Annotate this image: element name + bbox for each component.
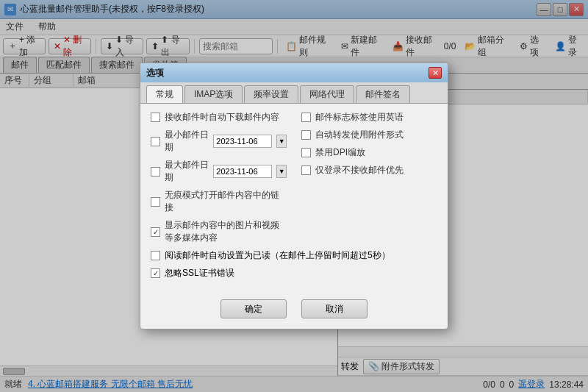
modal-close-button[interactable]: ✕ [429,67,442,79]
cb-disable-dpi-label: 禁用DPI编放 [315,146,365,159]
options-dialog: 选项 ✕ 常规 IMAP选项 频率设置 网络代理 邮件签名 接收邮件时自动下载邮… [140,63,448,329]
cb-min-date[interactable] [151,137,160,146]
cb-min-date-label: 最小邮件日期 [165,129,209,154]
modal-row-disable-dpi: 禁用DPI编放 [301,146,437,159]
modal-cancel-button[interactable]: 取消 [301,299,368,318]
cb-ignore-ssl[interactable] [151,268,160,278]
cb-disable-dpi[interactable] [301,148,311,157]
cb-auto-download-label: 接收邮件时自动下载邮件内容 [165,111,279,124]
modal-title: 选项 [146,67,164,79]
cb-incognito[interactable] [151,197,160,207]
modal-tab-frequency[interactable]: 频率设置 [244,85,298,103]
modal-tab-proxy[interactable]: 网络代理 [300,85,354,103]
modal-row-incognito: 无痕模式打开邮件内容中的链接 [151,189,287,214]
modal-row-min-date: 最小邮件日期 ▼ [151,129,287,154]
modal-tab-imap[interactable]: IMAP选项 [184,85,243,103]
modal-overlay: 选项 ✕ 常规 IMAP选项 频率设置 网络代理 邮件签名 接收邮件时自动下载邮… [0,0,588,392]
max-date-picker-button[interactable]: ▼ [276,165,287,178]
modal-row-english: 邮件标志标签使用英语 [301,111,437,124]
cb-show-images[interactable] [151,227,160,237]
modal-row-ignore-ssl: 忽略SSL证书错误 [151,267,437,279]
cb-ignore-ssl-label: 忽略SSL证书错误 [165,267,234,279]
cb-auto-read-label: 阅读邮件时自动设置为已读（在邮件上停留时间超过5秒） [165,249,390,262]
modal-tab-signature[interactable]: 邮件签名 [356,85,410,103]
cb-english-label: 邮件标志标签使用英语 [315,111,404,124]
modal-ok-button[interactable]: 确定 [220,299,287,318]
cb-max-date[interactable] [151,167,160,177]
cb-auto-download[interactable] [151,113,160,122]
modal-title-bar: 选项 ✕ [140,63,448,82]
cb-auto-forward-label: 自动转发使用附件形式 [315,129,404,141]
modal-row-login-only: 仅登录不接收邮件优先 [301,164,437,177]
cb-english[interactable] [301,113,311,122]
modal-buttons: 确定 取消 [140,292,448,329]
max-date-input[interactable] [213,165,272,178]
modal-row-auto-read: 阅读邮件时自动设置为已读（在邮件上停留时间超过5秒） [151,249,437,262]
cb-max-date-label: 最大邮件日期 [165,159,209,184]
min-date-input[interactable] [213,135,272,148]
modal-tab-general[interactable]: 常规 [146,85,183,103]
modal-row-max-date: 最大邮件日期 ▼ [151,159,287,184]
modal-col-right: 邮件标志标签使用英语 自动转发使用附件形式 禁用DPI编放 [301,111,437,249]
cb-show-images-label: 显示邮件内容中的图片和视频等多媒体内容 [165,219,287,244]
modal-row-show-images: 显示邮件内容中的图片和视频等多媒体内容 [151,219,287,244]
min-date-picker-button[interactable]: ▼ [276,135,287,148]
modal-col-left: 接收邮件时自动下载邮件内容 最小邮件日期 ▼ 最大邮件日期 ▼ [151,111,287,249]
cb-auto-forward[interactable] [301,130,311,140]
modal-row-auto-download: 接收邮件时自动下载邮件内容 [151,111,287,124]
cb-login-only[interactable] [301,165,311,175]
modal-tab-bar: 常规 IMAP选项 频率设置 网络代理 邮件签名 [140,82,448,104]
modal-row-auto-forward: 自动转发使用附件形式 [301,129,437,141]
cb-login-only-label: 仅登录不接收邮件优先 [315,164,404,177]
modal-body: 接收邮件时自动下载邮件内容 最小邮件日期 ▼ 最大邮件日期 ▼ [140,104,448,292]
cb-auto-read[interactable] [151,251,160,260]
cb-incognito-label: 无痕模式打开邮件内容中的链接 [165,189,287,214]
